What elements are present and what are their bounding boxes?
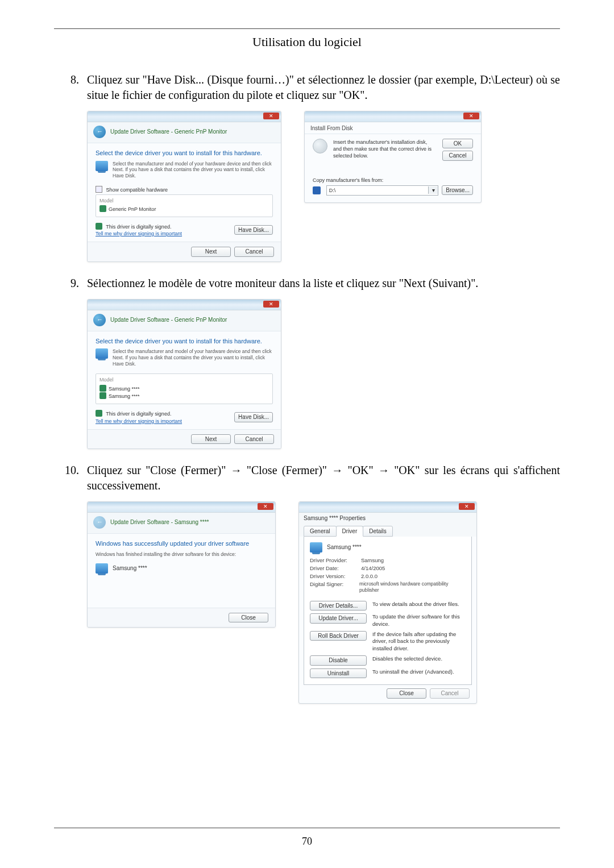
kv-provider-k: Driver Provider: <box>310 557 361 564</box>
dialog-install-from-disk: ✕ Install From Disk Insert the manufactu… <box>304 111 482 203</box>
device-name: Samsung **** <box>327 543 362 551</box>
back-icon <box>93 516 106 529</box>
cancel-button[interactable]: Cancel <box>234 434 274 445</box>
dialog-title: Update Driver Software - Samsung **** <box>110 518 209 526</box>
model-list[interactable]: Model Samsung **** Samsung **** <box>96 373 273 404</box>
page-title: Utilisation du logiciel <box>54 35 560 49</box>
monitor-icon <box>96 563 108 574</box>
shield-icon <box>99 392 106 399</box>
dialog-title: Samsung **** Properties <box>299 513 476 522</box>
signed-label: This driver is digitally signed. <box>106 224 171 230</box>
kv-version-v: 2.0.0.0 <box>361 573 377 580</box>
cancel-button: Cancel <box>430 688 470 699</box>
uninstall-button[interactable]: Uninstall <box>310 668 367 679</box>
checkbox[interactable] <box>96 186 102 193</box>
close-button[interactable]: Close <box>387 688 426 699</box>
rollback-button[interactable]: Roll Back Driver <box>310 631 367 641</box>
chevron-down-icon[interactable]: ▾ <box>428 186 438 194</box>
dialog-heading: Select the device driver you want to ins… <box>96 336 273 349</box>
kv-provider-v: Samsung <box>361 557 384 564</box>
cancel-button[interactable]: Cancel <box>234 247 274 257</box>
dialog-instruction: Select the manufacturer and model of you… <box>113 161 273 179</box>
monitor-icon <box>310 542 322 553</box>
model-header: Model <box>99 376 269 383</box>
kv-date-k: Driver Date: <box>310 565 361 572</box>
kv-version-k: Driver Version: <box>310 573 361 580</box>
close-icon[interactable]: ✕ <box>263 113 279 119</box>
dialog-title: Install From Disk <box>305 122 481 134</box>
have-disk-button[interactable]: Have Disk... <box>234 412 273 422</box>
back-icon[interactable] <box>93 314 106 326</box>
step-text-8: Cliquez sur "Have Disk... (Disque fourni… <box>87 72 560 103</box>
browse-button[interactable]: Browse... <box>442 185 473 196</box>
dialog-subtext: Windows has finished installing the driv… <box>96 551 267 558</box>
action-text: To uninstall the driver (Advanced). <box>372 668 454 676</box>
shield-icon <box>99 385 106 392</box>
back-icon[interactable] <box>93 126 106 138</box>
close-button[interactable]: Close <box>229 613 268 623</box>
disable-button[interactable]: Disable <box>310 655 367 666</box>
cancel-button[interactable]: Cancel <box>442 151 473 161</box>
action-text: To view details about the driver files. <box>372 601 459 608</box>
dialog-update-success: ✕ Update Driver Software - Samsung **** … <box>87 501 276 628</box>
why-signing-link[interactable]: Tell me why driver signing is important <box>96 418 182 424</box>
shield-icon <box>96 223 102 230</box>
driver-details-button[interactable]: Driver Details... <box>310 601 367 611</box>
dialog-titlebar: ✕ <box>305 111 481 122</box>
dialog-heading: Select the device driver you want to ins… <box>96 148 273 161</box>
why-signing-link[interactable]: Tell me why driver signing is important <box>96 231 182 236</box>
shield-icon <box>96 410 102 417</box>
step-number-10: 10. <box>54 463 87 703</box>
next-button[interactable]: Next <box>191 434 231 445</box>
close-icon[interactable]: ✕ <box>463 113 479 119</box>
model-item[interactable]: Samsung **** <box>109 386 140 392</box>
dialog-instruction: Select the manufacturer and model of you… <box>113 348 273 367</box>
step-number-8: 8. <box>54 72 87 262</box>
update-driver-button[interactable]: Update Driver... <box>310 613 367 624</box>
monitor-icon <box>96 161 108 171</box>
next-button[interactable]: Next <box>191 247 231 257</box>
dialog-title: Update Driver Software - Generic PnP Mon… <box>110 128 227 136</box>
kv-date-v: 4/14/2005 <box>361 565 385 572</box>
dialog-titlebar: ✕ <box>88 111 281 122</box>
action-text: If the device fails after updating the d… <box>372 631 466 653</box>
dialog-update-driver-1: ✕ Update Driver Software - Generic PnP M… <box>87 111 281 262</box>
copy-from-label: Copy manufacturer's files from: <box>313 177 473 184</box>
signed-label: This driver is digitally signed. <box>106 411 171 417</box>
monitor-icon <box>96 348 108 359</box>
close-icon[interactable]: ✕ <box>459 503 475 510</box>
tab-driver[interactable]: Driver <box>336 526 364 537</box>
path-select[interactable]: D:\ ▾ <box>326 185 439 196</box>
dialog-instruction: Insert the manufacturer's installation d… <box>333 139 437 161</box>
shield-icon <box>99 205 106 212</box>
close-icon[interactable]: ✕ <box>258 503 273 510</box>
action-text: Disables the selected device. <box>372 655 442 663</box>
tab-strip: General Driver Details <box>299 522 476 537</box>
device-name: Samsung **** <box>113 564 147 572</box>
floppy-icon <box>313 186 321 194</box>
ok-button[interactable]: OK <box>442 139 473 149</box>
model-item[interactable]: Samsung **** <box>109 393 140 399</box>
tab-details[interactable]: Details <box>363 526 393 537</box>
close-icon[interactable]: ✕ <box>263 301 279 308</box>
step-number-9: 9. <box>54 276 87 450</box>
tab-general[interactable]: General <box>304 526 337 537</box>
path-value: D:\ <box>327 187 429 194</box>
dialog-update-driver-2: ✕ Update Driver Software - Generic PnP M… <box>87 299 281 450</box>
step-text-9: Sélectionnez le modèle de votre moniteur… <box>87 276 560 291</box>
dialog-device-properties: ✕ Samsung **** Properties General Driver… <box>298 501 477 703</box>
disk-icon <box>313 139 327 153</box>
dialog-heading: Windows has successfully updated your dr… <box>96 538 267 551</box>
page-number: 70 <box>0 836 614 848</box>
model-item[interactable]: Generic PnP Monitor <box>109 206 156 212</box>
show-compatible-label: Show compatible hardware <box>106 187 168 193</box>
model-list[interactable]: Model Generic PnP Monitor <box>96 194 273 217</box>
kv-signer-v: microsoft windows hardware compatibility… <box>359 581 466 594</box>
dialog-titlebar: ✕ <box>88 502 275 513</box>
model-header: Model <box>99 197 269 204</box>
dialog-titlebar: ✕ <box>299 502 476 513</box>
step-text-10: Cliquez sur "Close (Fermer)" → "Close (F… <box>87 463 560 493</box>
action-text: To update the driver software for this d… <box>372 613 466 628</box>
dialog-titlebar: ✕ <box>88 300 281 310</box>
have-disk-button[interactable]: Have Disk... <box>234 225 273 235</box>
